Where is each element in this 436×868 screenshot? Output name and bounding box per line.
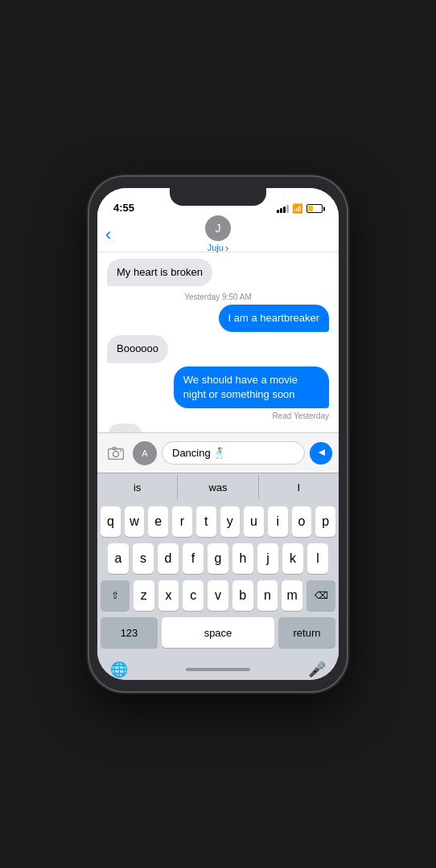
status-icons: 📶: [277, 203, 323, 214]
key-n[interactable]: n: [257, 580, 278, 611]
read-receipt: Read Yesterday: [107, 411, 329, 420]
camera-button[interactable]: [104, 441, 128, 465]
timestamp: Yesterday 9:50 AM: [107, 293, 329, 301]
key-c[interactable]: c: [183, 580, 204, 611]
keyboard-row: asdfghjkl: [101, 543, 335, 574]
key-t[interactable]: t: [196, 506, 216, 537]
message-row: Yay: [107, 424, 329, 432]
key-y[interactable]: y: [220, 506, 241, 537]
messages-area: My heart is brokenYesterday 9:50 AMI am …: [97, 252, 339, 432]
message-row: Boooooo: [107, 335, 329, 362]
nav-center[interactable]: J Juju: [205, 215, 231, 254]
battery-fill: [308, 206, 313, 211]
key-s[interactable]: s: [133, 543, 154, 574]
svg-point-3: [120, 450, 121, 452]
incoming-bubble: Yay: [107, 424, 143, 432]
key-a[interactable]: a: [108, 543, 129, 574]
message-input[interactable]: Dancing 🕺: [162, 441, 305, 465]
key-u[interactable]: u: [244, 506, 264, 537]
outgoing-bubble: We should have a movie night or somethin…: [174, 366, 329, 408]
key-space[interactable]: space: [162, 617, 274, 648]
bottom-bar: 🌐 🎤: [97, 659, 339, 680]
message-row: My heart is broken: [107, 259, 329, 286]
contact-avatar: J: [205, 215, 231, 241]
phone-screen: 4:55 📶 ‹ J Juju My heart is brokenYester…: [97, 188, 339, 680]
predictive-word[interactable]: I: [259, 475, 339, 500]
key-x[interactable]: x: [158, 580, 179, 611]
contact-name: Juju: [208, 242, 229, 254]
svg-point-1: [113, 451, 119, 457]
wifi-icon: 📶: [292, 203, 303, 214]
key-d[interactable]: d: [158, 543, 179, 574]
notch: [170, 188, 266, 206]
keyboard-row: qwertyuiop: [101, 506, 335, 537]
battery-icon: [306, 204, 323, 213]
key-k[interactable]: k: [282, 543, 303, 574]
key-e[interactable]: e: [148, 506, 168, 537]
key-i[interactable]: i: [268, 506, 288, 537]
outgoing-bubble: I am a heartbreaker: [219, 305, 329, 332]
send-arrow-icon: ▲: [315, 447, 327, 458]
key-m[interactable]: m: [282, 580, 302, 611]
signal-icon: [277, 205, 289, 213]
input-bar: A Dancing 🕺 ▲: [97, 432, 339, 473]
incoming-bubble: My heart is broken: [107, 259, 212, 286]
key-z[interactable]: z: [134, 580, 154, 611]
message-row: We should have a movie night or somethin…: [107, 366, 329, 408]
key-g[interactable]: g: [208, 543, 228, 574]
message-input-value: Dancing 🕺: [172, 447, 294, 459]
key-special[interactable]: ⇧: [101, 580, 130, 611]
key-r[interactable]: r: [172, 506, 192, 537]
predictive-word[interactable]: was: [178, 475, 258, 500]
status-time: 4:55: [113, 202, 134, 214]
key-v[interactable]: v: [208, 580, 228, 611]
message-row: I am a heartbreaker: [107, 305, 329, 332]
home-indicator: [186, 668, 250, 671]
keyboard: qwertyuiopasdfghjkl⇧zxcvbnm⌫123spaceretu…: [97, 502, 339, 659]
predictive-bar: iswasI: [97, 473, 339, 502]
key-h[interactable]: h: [232, 543, 253, 574]
key-l[interactable]: l: [307, 543, 328, 574]
key-b[interactable]: b: [232, 580, 253, 611]
key-return[interactable]: return: [278, 617, 335, 648]
keyboard-row: 123spacereturn: [101, 617, 335, 648]
key-o[interactable]: o: [292, 506, 312, 537]
predictive-word[interactable]: is: [97, 475, 178, 500]
key-123[interactable]: 123: [101, 617, 158, 648]
keyboard-row: ⇧zxcvbnm⌫: [101, 580, 335, 611]
key-special[interactable]: ⌫: [306, 580, 335, 611]
phone-frame: 4:55 📶 ‹ J Juju My heart is brokenYester…: [89, 177, 347, 691]
nav-bar: ‹ J Juju: [97, 217, 339, 252]
app-store-button[interactable]: A: [133, 441, 157, 465]
key-w[interactable]: w: [125, 506, 145, 537]
key-f[interactable]: f: [183, 543, 204, 574]
incoming-bubble: Boooooo: [107, 335, 168, 362]
microphone-icon[interactable]: 🎤: [308, 661, 326, 678]
globe-icon[interactable]: 🌐: [110, 661, 128, 678]
key-p[interactable]: p: [315, 506, 335, 537]
back-button[interactable]: ‹: [105, 224, 111, 245]
key-q[interactable]: q: [101, 506, 121, 537]
svg-text:A: A: [142, 448, 148, 458]
key-j[interactable]: j: [257, 543, 278, 574]
send-button[interactable]: ▲: [310, 442, 332, 465]
